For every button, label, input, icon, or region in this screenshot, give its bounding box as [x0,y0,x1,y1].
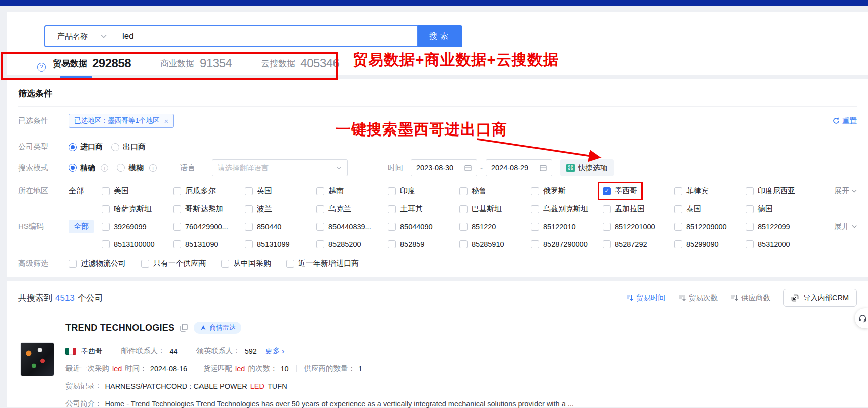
checkbox-item-近一年新增进口商[interactable]: 近一年新增进口商 [286,259,359,268]
chevron-down-icon [336,166,342,170]
checkbox-item-英国[interactable]: 英国 [245,186,272,196]
results-panel: 共搜索到4513个公司 贸易时间贸易次数供应商数 导入内部CRM TREND T… [7,281,868,407]
radio-option-出口商[interactable]: 出口商 [111,142,146,152]
company-card[interactable]: TREND TECHNOLOGIES 商情雷达 墨西哥 邮件联系人： 44 领英… [18,322,857,408]
checkbox-label: 厄瓜多尔 [185,186,216,196]
checkbox-item-85131099[interactable]: 85131099 [245,240,290,248]
checkbox-item-8513100000[interactable]: 8513100000 [102,240,155,248]
checkbox-item-852859[interactable]: 852859 [388,240,424,248]
info-icon[interactable]: i [149,164,157,172]
checkbox-item-只有一个供应商[interactable]: 只有一个供应商 [141,259,206,268]
reset-button[interactable]: 重置 [833,116,857,126]
company-name[interactable]: TREND TECHNOLOGIES [65,323,174,333]
checkbox-item-85131090[interactable]: 85131090 [173,240,218,248]
region-item-mexico[interactable]: ✓墨西哥 [603,186,637,196]
checkbox-item-孟加拉国[interactable]: 孟加拉国 [603,204,645,214]
start-date-input[interactable]: 2023-08-30 [411,159,477,176]
checkbox-item-从中国采购[interactable]: 从中国采购 [221,259,271,268]
checkbox-item-美国[interactable]: 美国 [102,186,129,196]
checkbox-item-85287292[interactable]: 85287292 [603,240,647,248]
checkbox-box [746,223,754,231]
checkbox-box [603,223,611,231]
keyword-highlight: led [235,365,245,373]
checkbox-item-8512209000[interactable]: 8512209000 [674,223,727,231]
checkbox-box [531,223,539,231]
checkbox-item-850440839...[interactable]: 850440839... [316,223,371,231]
search-category-dropdown[interactable]: 产品名称 [45,32,114,41]
checkbox-item-哈萨克斯坦[interactable]: 哈萨克斯坦 [102,204,152,214]
checkbox-item-印度[interactable]: 印度 [388,186,415,196]
checkbox-item-760429900...[interactable]: 760429900... [173,223,228,231]
checkbox-item-印度尼西亚[interactable]: 印度尼西亚 [746,186,795,196]
checkbox-item-德国[interactable]: 德国 [746,204,773,214]
checkbox-item-乌兹别克斯坦[interactable]: 乌兹别克斯坦 [531,204,588,214]
checkbox-label: 过滤物流公司 [81,259,126,268]
checkbox-item-厄瓜多尔[interactable]: 厄瓜多尔 [173,186,216,196]
checkbox-item-85312000[interactable]: 85312000 [746,240,790,248]
radio-option-模糊[interactable]: 模糊i [117,163,157,173]
tab-商业数据[interactable]: 商业数据91354 [160,56,232,78]
checkbox-item-土耳其[interactable]: 土耳其 [388,204,423,214]
summary-suffix: 个公司 [78,293,103,303]
radio-dot [117,164,125,172]
quick-options-chip[interactable]: ⌘ 快捷选项 [560,159,614,176]
tag-close-icon[interactable]: × [164,117,169,125]
checkbox-item-巴基斯坦[interactable]: 巴基斯坦 [459,204,502,214]
end-date-input[interactable]: 2024-08-29 [486,159,552,176]
checkbox-item-85299090[interactable]: 85299090 [674,240,719,248]
region-expand-button[interactable]: 展开 [834,186,857,196]
search-mode-options: 精确i模糊i [69,163,165,173]
business-radar-badge[interactable]: 商情雷达 [194,322,241,334]
checkbox-label: 英国 [257,186,272,196]
language-select[interactable]: 请选择翻译语言 [212,159,348,176]
checkbox-item-85122010[interactable]: 85122010 [531,223,576,231]
info-icon[interactable]: i [101,164,108,172]
sort-贸易时间[interactable]: 贸易时间 [626,293,665,303]
region-all-button[interactable]: 全部 [69,186,99,196]
radio-option-进口商[interactable]: 进口商 [69,142,103,152]
checkbox-item-菲律宾[interactable]: 菲律宾 [674,186,709,196]
copy-icon[interactable] [180,324,188,332]
tab-云搜数据[interactable]: 云搜数据405346 [261,56,339,78]
checkbox-item-越南[interactable]: 越南 [316,186,344,196]
checkbox-item-85285910[interactable]: 85285910 [459,240,504,248]
hs-all-button[interactable]: 全部 [69,220,99,233]
tab-贸易数据[interactable]: 贸易数据292858 [53,56,131,78]
checkbox-item-85122099[interactable]: 85122099 [746,223,790,231]
hs-expand-button[interactable]: 展开 [834,222,857,231]
search-button[interactable]: 搜索 [418,25,462,47]
checkbox-label: 巴基斯坦 [472,204,502,214]
checkbox-label: 哥斯达黎加 [185,204,223,214]
checkbox-item-8512201000[interactable]: 8512201000 [603,223,655,231]
checkbox-item-秘鲁[interactable]: 秘鲁 [459,186,487,196]
checkbox-item-波兰[interactable]: 波兰 [245,204,272,214]
checkbox-item-85285200[interactable]: 85285200 [316,240,361,248]
more-link[interactable]: 更多 › [265,346,285,356]
checkbox-item-85044090[interactable]: 85044090 [388,223,433,231]
selected-region-tag[interactable]: 已选地区：墨西哥等1个地区 × [69,114,174,128]
checkbox-box [102,187,110,195]
checkbox-label: 760429900... [185,223,228,231]
sort-供应商数[interactable]: 供应商数 [731,293,770,303]
checkbox-item-85287290000[interactable]: 85287290000 [531,240,588,248]
radio-option-精确[interactable]: 精确i [69,163,108,173]
sort-贸易次数[interactable]: 贸易次数 [679,293,718,303]
checkbox-item-39269099[interactable]: 39269099 [102,223,147,231]
checkbox-item-过滤物流公司[interactable]: 过滤物流公司 [69,259,126,268]
help-question-icon[interactable]: ? [37,63,46,72]
checkbox-box [316,187,324,195]
checkbox-item-泰国[interactable]: 泰国 [674,204,701,214]
checkbox-box: ✓ [603,187,611,195]
checkbox-item-850440[interactable]: 850440 [245,223,281,231]
checkbox-box [459,240,468,248]
checkbox-item-俄罗斯[interactable]: 俄罗斯 [531,186,566,196]
checkbox-item-乌克兰[interactable]: 乌克兰 [316,204,351,214]
import-crm-button[interactable]: 导入内部CRM [783,289,857,307]
search-input[interactable] [121,31,417,42]
checkbox-item-哥斯达黎加[interactable]: 哥斯达黎加 [173,204,223,214]
checkbox-label: 85122010 [543,223,576,231]
checkbox-item-851220[interactable]: 851220 [459,223,496,231]
checkbox-label: 乌克兰 [328,204,351,214]
selected-conditions-row: 已选条件 已选地区：墨西哥等1个地区 × 重置 [18,107,857,135]
data-tabs: ? 贸易数据292858商业数据91354云搜数据405346 [30,56,868,78]
